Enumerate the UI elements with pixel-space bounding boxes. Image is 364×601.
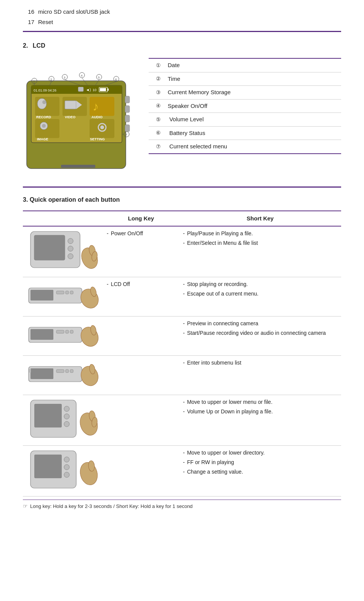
short-key-cell: Play/Pause in Playing a file. Enter/Sele… (179, 226, 341, 277)
lcd-section: 01.01.09 04:26 ◄) 10 1 (23, 58, 341, 175)
table-row: Enter into submenu list (23, 356, 341, 395)
svg-rect-81 (56, 370, 64, 373)
svg-text:SETTING: SETTING (90, 137, 105, 141)
long-key-cell (103, 317, 179, 356)
svg-text:AUDIO: AUDIO (91, 115, 103, 119)
lcd-item-row: ③ Current Memory Storage (149, 86, 341, 100)
lcd-item-label: Current Memory Storage (168, 88, 231, 97)
device-row4-svg (27, 359, 99, 389)
lcd-item-row: ① Date (149, 59, 341, 72)
svg-point-97 (64, 464, 69, 470)
svg-rect-65 (30, 290, 53, 300)
svg-point-96 (64, 457, 69, 462)
long-key-cell: LCD Off (103, 277, 179, 317)
svg-text:2: 2 (50, 78, 52, 81)
short-key-list: Stop playing or recording. Escape out of… (183, 280, 337, 298)
svg-rect-51 (125, 106, 130, 112)
lcd-item-label: Current selected menu (168, 142, 227, 151)
svg-rect-83 (70, 370, 73, 373)
bullet-item: LCD Off (107, 280, 175, 288)
svg-rect-74 (66, 330, 69, 333)
svg-rect-8 (100, 88, 106, 91)
long-key-cell (103, 395, 179, 446)
svg-point-88 (64, 406, 69, 411)
bullet-item: Escape out of a current menu. (183, 290, 337, 298)
long-key-list: Power On/Off (107, 230, 175, 238)
svg-point-60 (68, 254, 73, 259)
section3-num: 3. (23, 196, 28, 203)
short-key-cell: Preview in connecting camera Start/Pause… (179, 317, 341, 356)
long-key-cell: Power On/Off (103, 226, 179, 277)
svg-text:01.01.09  04:26: 01.01.09 04:26 (34, 88, 56, 92)
svg-text:1: 1 (33, 80, 35, 83)
svg-text:3: 3 (64, 76, 66, 79)
svg-rect-53 (125, 125, 130, 132)
device-cell (23, 277, 103, 317)
device-row1-svg (27, 230, 99, 272)
lcd-item-label: Date (168, 61, 180, 70)
short-key-list: Play/Pause in Playing a file. Enter/Sele… (183, 230, 337, 247)
list-item: 16 micro SD card slot/USB jack (23, 8, 341, 16)
lcd-items: ① Date ② Time ③ Current Memory Storage ④… (149, 58, 341, 175)
lcd-item-num: ① (149, 61, 168, 69)
device-row5-svg (27, 398, 99, 440)
short-key-list: Preview in connecting camera Start/Pause… (183, 320, 337, 337)
device-cell (23, 317, 103, 356)
lcd-item-row: ⑦ Current selected menu (149, 140, 341, 153)
svg-point-98 (64, 472, 69, 477)
col-header-device (23, 211, 103, 227)
bullet-item: Stop playing or recording. (183, 280, 337, 288)
lcd-item-num: ③ (149, 88, 168, 96)
svg-rect-95 (34, 455, 62, 478)
lcd-item-num: ④ (149, 102, 168, 110)
device-row2-svg (27, 280, 99, 311)
svg-rect-87 (34, 404, 62, 427)
lcd-device: 01.01.09 04:26 ◄) 10 1 (23, 58, 133, 175)
svg-rect-82 (66, 370, 69, 373)
table-head: Long Key Short Key (23, 211, 341, 227)
svg-point-59 (68, 246, 73, 251)
svg-rect-4 (78, 87, 83, 92)
divider-thick (23, 31, 341, 32)
lcd-item-num: ② (149, 75, 168, 83)
svg-text:♪: ♪ (93, 100, 99, 113)
svg-rect-75 (70, 330, 73, 333)
list-item: 17 Reset (23, 18, 341, 27)
divider-section3-top (23, 186, 341, 188)
device-row3-svg (27, 320, 99, 350)
svg-text:6: 6 (115, 78, 117, 81)
svg-rect-42 (35, 119, 59, 138)
table-row: Preview in connecting camera Start/Pause… (23, 317, 341, 356)
bullet-item: Volume Up or Down in playing a file. (183, 408, 337, 416)
bullet-item: Start/Pause recording video or audio in … (183, 329, 337, 337)
svg-rect-72 (30, 329, 53, 340)
svg-point-90 (64, 421, 69, 427)
table-row: Move to upper or lower directory. FF or … (23, 446, 341, 497)
footnote: ☞ Long key: Hold a key for 2-3 seconds /… (23, 500, 341, 510)
svg-text:RECORD: RECORD (36, 115, 51, 119)
svg-point-89 (64, 414, 69, 419)
section3: 3. Quick operation of each button Long K… (23, 195, 341, 511)
lcd-device-svg: 01.01.09 04:26 ◄) 10 1 (23, 58, 133, 172)
item-num: 16 (23, 8, 34, 16)
svg-point-58 (68, 238, 73, 244)
short-key-cell: Stop playing or recording. Escape out of… (179, 277, 341, 317)
lcd-item-row: ② Time (149, 72, 341, 86)
short-key-cell: Move to upper or lower menu or file. Vol… (179, 395, 341, 446)
section3-title-text: Quick operation of each button (30, 196, 120, 203)
bullet-item: Power On/Off (107, 230, 175, 238)
lcd-item-label: Speaker On/Off (168, 102, 207, 111)
item-num: 17 (23, 18, 34, 27)
lcd-item-table: ① Date ② Time ③ Current Memory Storage ④… (149, 58, 341, 154)
bullet-item: Change a setting value. (183, 468, 337, 476)
svg-rect-9 (107, 88, 109, 91)
bullet-item: Play/Pause in Playing a file. (183, 230, 337, 238)
svg-rect-36 (65, 101, 76, 109)
device-cell (23, 395, 103, 446)
svg-point-44 (42, 124, 46, 128)
short-key-cell: Move to upper or lower directory. FF or … (179, 446, 341, 497)
lcd-item-row: ④ Speaker On/Off (149, 100, 341, 113)
bullet-item: Enter into submenu list (183, 359, 337, 367)
lcd-item-row: ⑤ Volume Level (149, 113, 341, 127)
lcd-item-label: Volume Level (168, 115, 204, 124)
